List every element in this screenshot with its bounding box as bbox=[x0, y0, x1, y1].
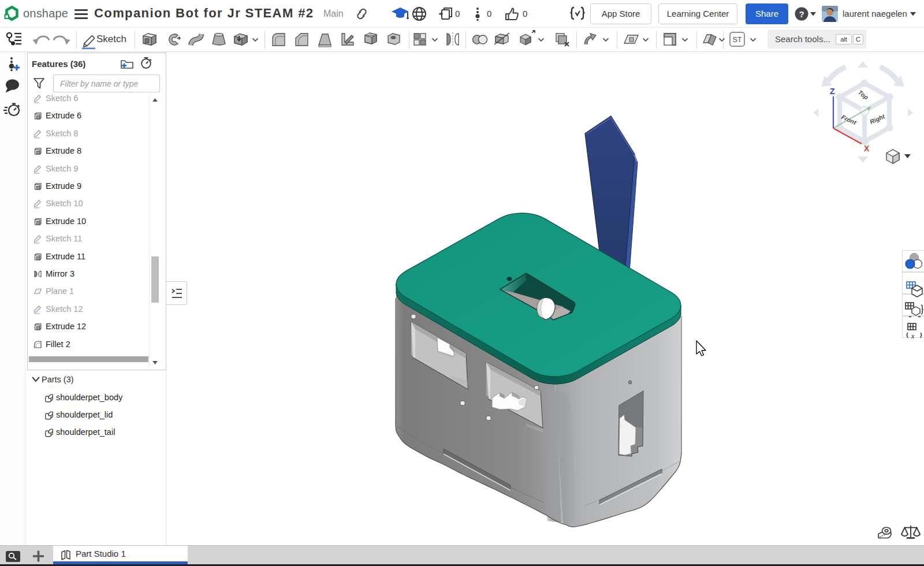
svg-text:?: ? bbox=[799, 9, 804, 19]
svg-text:ST: ST bbox=[733, 36, 742, 44]
svg-text:X: X bbox=[864, 144, 870, 153]
svg-text:x: x bbox=[911, 332, 915, 340]
svg-text:Z: Z bbox=[830, 87, 835, 96]
